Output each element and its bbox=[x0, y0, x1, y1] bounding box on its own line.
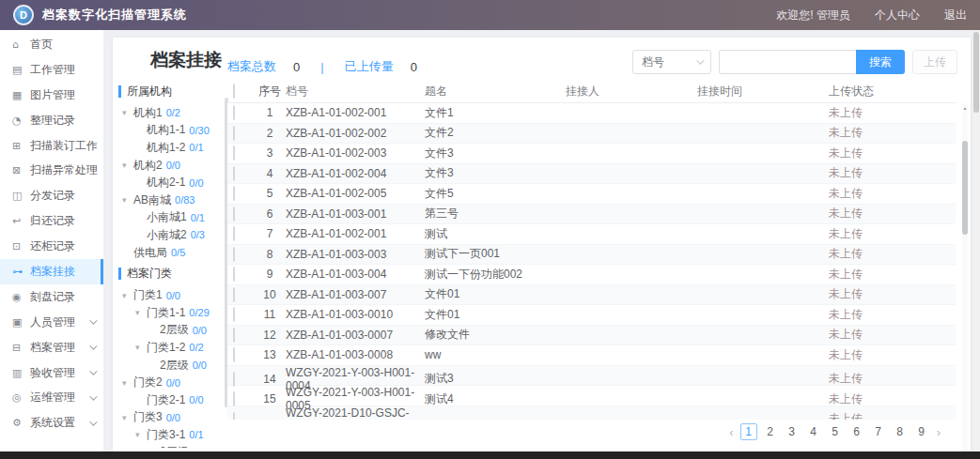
select-all-checkbox[interactable] bbox=[233, 84, 235, 99]
page-button-3[interactable]: 3 bbox=[784, 423, 801, 440]
tree-node[interactable]: 2层级0/0 bbox=[118, 322, 229, 340]
page-button-9[interactable]: 9 bbox=[913, 423, 930, 440]
tree-expand-icon[interactable]: ▾ bbox=[122, 108, 133, 117]
scroll-up-arrow-icon[interactable]: ▲ bbox=[962, 105, 968, 111]
row-title: 测试一下份功能002 bbox=[425, 267, 566, 283]
sidebar-item-16[interactable]: ⚙系统设置 bbox=[0, 410, 103, 436]
tree-expand-icon[interactable]: ▾ bbox=[135, 430, 147, 439]
tree-node[interactable]: ▾门类30/0 bbox=[118, 409, 229, 427]
row-checkbox[interactable] bbox=[233, 105, 235, 120]
page-button-8[interactable]: 8 bbox=[892, 423, 909, 440]
sidebar-item-7[interactable]: ◫分发记录 bbox=[0, 183, 103, 208]
total-count-value: 0 bbox=[293, 60, 300, 74]
total-count-label[interactable]: 档案总数 bbox=[227, 58, 276, 75]
tree-expand-icon[interactable]: ▾ bbox=[122, 378, 133, 388]
row-checkbox[interactable] bbox=[233, 145, 235, 161]
row-checkbox[interactable] bbox=[233, 126, 235, 141]
page-button-1[interactable]: 1 bbox=[740, 423, 757, 440]
tree-node[interactable]: ▾机构20/0 bbox=[118, 157, 229, 175]
page-button-2[interactable]: 2 bbox=[762, 423, 779, 440]
row-checkbox[interactable] bbox=[233, 347, 235, 362]
tree-node[interactable]: ▾门类20/0 bbox=[118, 374, 229, 391]
tree-node[interactable]: ▾门类1-20/2 bbox=[118, 339, 229, 357]
page-scrollbar-thumb[interactable] bbox=[973, 32, 979, 113]
column-header-no: 序号 bbox=[254, 84, 286, 99]
table-scrollbar-thumb[interactable] bbox=[962, 141, 968, 235]
sidebar-item-3[interactable]: ▦图片管理 bbox=[0, 83, 103, 108]
row-checkbox[interactable] bbox=[233, 166, 235, 181]
row-checkbox[interactable] bbox=[233, 307, 235, 322]
tree-node[interactable]: 小南城20/3 bbox=[118, 226, 229, 244]
row-checkbox[interactable] bbox=[233, 226, 235, 241]
uploaded-count-label[interactable]: 已上传量 bbox=[345, 58, 394, 75]
tree-expand-icon[interactable]: ▾ bbox=[122, 291, 133, 300]
logout-link[interactable]: 退出 bbox=[944, 8, 967, 23]
sidebar-item-13[interactable]: ⊟档案管理 bbox=[0, 335, 103, 360]
page-button-6[interactable]: 6 bbox=[848, 423, 865, 440]
prev-page-icon[interactable]: ‹ bbox=[727, 425, 735, 439]
sidebar-item-8[interactable]: ↩归还记录 bbox=[0, 208, 103, 234]
users-icon: ▣ bbox=[12, 316, 24, 329]
tree-expand-icon[interactable]: ▾ bbox=[135, 308, 147, 317]
row-upload-status: 未上传 bbox=[829, 327, 956, 343]
tree-node[interactable]: 机构1-20/1 bbox=[118, 139, 229, 157]
sidebar-item-15[interactable]: ◎运维管理 bbox=[0, 385, 103, 410]
app-logo-icon: D bbox=[13, 5, 34, 25]
table-scrollbar[interactable]: ▲ bbox=[962, 103, 968, 452]
tree-node[interactable]: 门类2-10/0 bbox=[118, 391, 229, 409]
tree-node-count: 0/29 bbox=[189, 307, 209, 318]
page-button-4[interactable]: 4 bbox=[805, 423, 822, 440]
tree-section-title: 所属机构 bbox=[118, 85, 229, 98]
sidebar-item-1[interactable]: ⌂首页 bbox=[0, 32, 103, 57]
row-checkbox-cell bbox=[227, 268, 254, 281]
table-body: 1XZB-A1-01-002-001文件1未上传2XZB-A1-01-002-0… bbox=[227, 103, 956, 420]
sidebar-item-10[interactable]: ⊶档案挂接 bbox=[0, 259, 103, 284]
row-checkbox-cell bbox=[227, 227, 254, 240]
tree-node[interactable]: 机构1-10/30 bbox=[118, 122, 229, 140]
profile-link[interactable]: 个人中心 bbox=[875, 8, 920, 23]
row-checkbox[interactable] bbox=[233, 186, 235, 201]
tree-node[interactable]: ▾门类10/0 bbox=[118, 286, 229, 304]
tree-node[interactable]: 小南城10/1 bbox=[118, 209, 229, 227]
row-code: XZB-A1-01-002-004 bbox=[286, 167, 425, 180]
page-scrollbar[interactable] bbox=[972, 30, 980, 459]
row-checkbox[interactable] bbox=[233, 287, 235, 302]
work-icon: ▤ bbox=[12, 64, 24, 76]
row-checkbox[interactable] bbox=[233, 267, 235, 282]
row-checkbox[interactable] bbox=[233, 207, 235, 222]
row-checkbox-cell bbox=[227, 167, 254, 180]
sidebar-item-11[interactable]: ◉刻盘记录 bbox=[0, 284, 103, 310]
row-checkbox[interactable] bbox=[233, 391, 235, 406]
page-button-5[interactable]: 5 bbox=[827, 423, 844, 440]
row-checkbox[interactable] bbox=[233, 247, 235, 262]
next-page-icon[interactable]: › bbox=[935, 425, 942, 439]
sidebar-item-14[interactable]: ▥验收管理 bbox=[0, 360, 103, 386]
sidebar-item-12[interactable]: ▣人员管理 bbox=[0, 310, 103, 335]
tree-node[interactable]: ▾门类1-10/29 bbox=[118, 304, 229, 322]
tree-expand-icon[interactable]: ▾ bbox=[122, 195, 133, 205]
sidebar-item-9[interactable]: ⊡还柜记录 bbox=[0, 234, 103, 259]
tree-node[interactable]: 2层级0/0 bbox=[118, 357, 229, 375]
row-number: 10 bbox=[254, 288, 286, 301]
tree-node[interactable]: 机构2-10/0 bbox=[118, 174, 229, 191]
row-checkbox[interactable] bbox=[233, 412, 235, 421]
tree-expand-icon[interactable]: ▾ bbox=[135, 343, 147, 352]
tree-node[interactable]: 2层级0/0 bbox=[118, 444, 229, 448]
tree-expand-icon[interactable]: ▾ bbox=[122, 413, 133, 422]
tree-node[interactable]: ▾机构10/2 bbox=[118, 104, 229, 122]
sidebar-item-label: 验收管理 bbox=[30, 365, 75, 381]
tree-node-count: 0/0 bbox=[193, 325, 207, 336]
tree-node[interactable]: 供电局0/5 bbox=[118, 244, 229, 262]
row-number: 11 bbox=[254, 308, 286, 321]
row-checkbox[interactable] bbox=[233, 372, 235, 387]
sidebar-item-4[interactable]: ◔整理记录 bbox=[0, 108, 103, 133]
row-checkbox[interactable] bbox=[233, 328, 235, 343]
tree-expand-icon[interactable]: ▾ bbox=[122, 161, 133, 170]
tree-node[interactable]: ▾AB南城0/83 bbox=[118, 191, 229, 209]
sidebar-item-6[interactable]: ⊠扫描异常处理 bbox=[0, 158, 103, 183]
tree-node[interactable]: ▾门类3-10/1 bbox=[118, 426, 229, 444]
sidebar-item-2[interactable]: ▤工作管理 bbox=[0, 57, 103, 83]
page-button-7[interactable]: 7 bbox=[870, 423, 887, 440]
sidebar-item-5[interactable]: ⊞扫描装订工作 bbox=[0, 133, 103, 159]
tree-node-count: 0/0 bbox=[166, 377, 180, 389]
